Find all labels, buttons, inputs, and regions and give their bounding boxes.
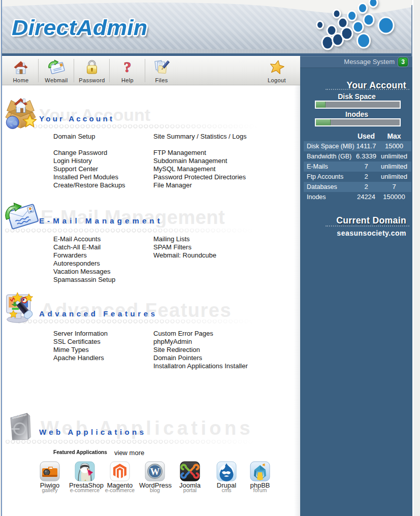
svg-text:?: ? [124,59,132,75]
svg-text:W: W [150,466,160,477]
